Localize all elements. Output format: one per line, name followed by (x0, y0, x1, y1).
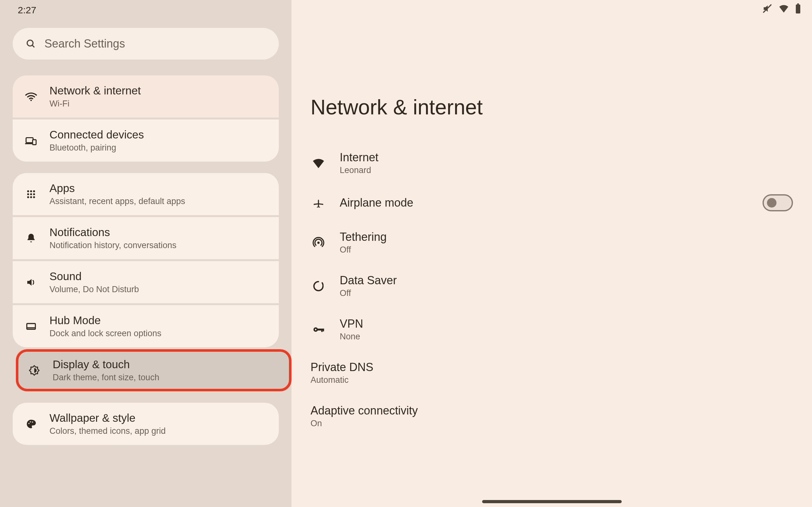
svg-point-11 (33, 193, 35, 195)
svg-rect-15 (27, 324, 36, 329)
svg-rect-22 (796, 4, 800, 13)
sidebar-item-subtitle: Assistant, recent apps, default apps (49, 196, 185, 206)
sidebar-item-title: Apps (49, 182, 185, 194)
sidebar-item-title: Sound (49, 270, 139, 283)
settings-sidebar: 2:27 Search Settings Network & internet … (0, 0, 292, 507)
airplane-mode-toggle[interactable] (763, 194, 793, 211)
row-title: VPN (340, 317, 793, 331)
row-adaptive-connectivity[interactable]: Adaptive connectivity On (310, 395, 793, 438)
detail-content: Network & internet Internet Leonard Airp… (292, 0, 812, 438)
row-title: Data Saver (340, 274, 793, 287)
svg-point-6 (27, 190, 29, 192)
dock-icon (23, 319, 39, 334)
row-subtitle: On (310, 418, 793, 429)
sidebar-item-title: Connected devices (49, 128, 144, 141)
svg-point-7 (30, 190, 32, 192)
row-title: Internet (340, 151, 793, 164)
row-data-saver[interactable]: Data Saver Off (310, 264, 793, 308)
svg-point-13 (30, 196, 32, 198)
gesture-nav-bar[interactable] (482, 500, 622, 503)
sidebar-item-subtitle: Wi-Fi (49, 99, 141, 109)
svg-rect-4 (33, 139, 36, 145)
airplane-icon (310, 195, 326, 211)
hotspot-icon (310, 235, 326, 250)
svg-rect-28 (323, 329, 324, 331)
settings-category-list: Network & internet Wi-Fi Connected devic… (13, 75, 279, 445)
volume-icon (23, 275, 39, 290)
row-tethering[interactable]: Tethering Off (310, 221, 793, 264)
svg-rect-23 (797, 3, 799, 5)
svg-rect-27 (321, 329, 323, 332)
sidebar-item-subtitle: Bluetooth, pairing (49, 143, 144, 153)
wifi-status-icon (778, 3, 789, 14)
row-subtitle: None (340, 332, 793, 342)
svg-line-1 (32, 45, 35, 48)
data-saver-icon (310, 278, 326, 294)
sidebar-item-wallpaper-style[interactable]: Wallpaper & style Colors, themed icons, … (13, 403, 279, 445)
sidebar-item-title: Network & internet (49, 84, 141, 97)
vpn-key-icon (310, 322, 326, 337)
svg-point-19 (30, 421, 31, 422)
devices-icon (23, 133, 39, 148)
svg-point-24 (317, 241, 319, 244)
row-title: Tethering (340, 230, 793, 244)
apps-icon (23, 187, 39, 202)
row-vpn[interactable]: VPN None (310, 308, 793, 351)
row-subtitle: Leonard (340, 165, 793, 175)
svg-point-12 (27, 196, 29, 198)
row-airplane-mode[interactable]: Airplane mode (310, 185, 793, 221)
sidebar-item-subtitle: Dock and lock screen options (49, 329, 161, 338)
row-title: Adaptive connectivity (310, 404, 793, 417)
svg-point-10 (30, 193, 32, 195)
svg-point-2 (31, 100, 32, 101)
svg-point-0 (27, 40, 33, 46)
svg-point-9 (27, 193, 29, 195)
sidebar-group-connectivity: Network & internet Wi-Fi Connected devic… (13, 75, 279, 162)
row-private-dns[interactable]: Private DNS Automatic (310, 351, 793, 395)
svg-point-8 (33, 190, 35, 192)
row-subtitle: Off (340, 245, 793, 255)
palette-icon (23, 416, 39, 432)
sidebar-item-title: Notifications (49, 226, 176, 239)
sidebar-item-subtitle: Volume, Do Not Disturb (49, 285, 139, 294)
sidebar-item-subtitle: Colors, themed icons, app grid (49, 426, 165, 436)
sidebar-item-sound[interactable]: Sound Volume, Do Not Disturb (13, 261, 279, 303)
search-settings[interactable]: Search Settings (13, 28, 279, 60)
sidebar-item-subtitle: Dark theme, font size, touch (53, 373, 159, 383)
search-icon (26, 38, 36, 49)
sidebar-item-notifications[interactable]: Notifications Notification history, conv… (13, 217, 279, 259)
sidebar-item-hub-mode[interactable]: Hub Mode Dock and lock screen options (13, 305, 279, 347)
status-bar-left: 2:27 (13, 0, 279, 20)
battery-icon (795, 3, 801, 14)
detail-pane: Network & internet Internet Leonard Airp… (292, 0, 812, 507)
svg-point-14 (33, 196, 35, 198)
brightness-icon (27, 363, 42, 378)
status-bar-right (762, 3, 801, 14)
sidebar-item-apps[interactable]: Apps Assistant, recent apps, default app… (13, 173, 279, 215)
svg-point-29 (315, 329, 316, 330)
row-subtitle: Automatic (310, 375, 793, 385)
status-time: 2:27 (18, 5, 36, 15)
sidebar-item-display-touch[interactable]: Display & touch Dark theme, font size, t… (16, 349, 292, 391)
search-placeholder: Search Settings (44, 37, 125, 50)
svg-rect-3 (26, 137, 33, 143)
row-subtitle: Off (340, 288, 793, 298)
sidebar-group-device: Apps Assistant, recent apps, default app… (13, 173, 279, 445)
svg-point-18 (28, 423, 30, 424)
row-internet[interactable]: Internet Leonard (310, 141, 793, 185)
sidebar-item-title: Hub Mode (49, 314, 161, 327)
sidebar-item-title: Display & touch (53, 358, 159, 371)
page-title: Network & internet (310, 95, 793, 119)
volume-muted-icon (762, 3, 773, 14)
sidebar-item-connected-devices[interactable]: Connected devices Bluetooth, pairing (13, 119, 279, 162)
row-title: Airplane mode (340, 196, 749, 210)
sidebar-item-subtitle: Notification history, conversations (49, 240, 176, 250)
svg-point-20 (32, 421, 33, 422)
bell-icon (23, 231, 39, 246)
row-title: Private DNS (310, 360, 793, 374)
sidebar-item-title: Wallpaper & style (49, 412, 165, 424)
wifi-filled-icon (310, 155, 326, 171)
sidebar-item-network-internet[interactable]: Network & internet Wi-Fi (13, 75, 279, 118)
wifi-icon (23, 89, 39, 104)
